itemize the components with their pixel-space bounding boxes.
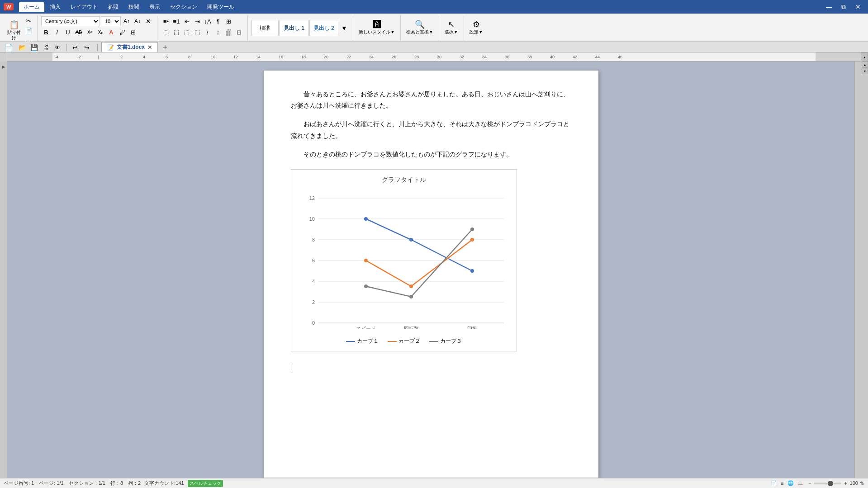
view-readonly-button[interactable]: 📖 [797,480,804,486]
legend-label-2: カーブ２ [398,336,420,346]
zoom-plus-button[interactable]: ＋ [843,480,848,487]
strikethrough-button[interactable]: AB [74,27,84,37]
table-button[interactable]: ⊞ [223,16,233,26]
new-style-icon: 🅰 [373,20,381,28]
tab-reference[interactable]: 参照 [103,2,123,12]
align-left-button[interactable]: ⬚ [161,27,171,37]
clear-format-button[interactable]: ✕ [143,17,153,26]
style-heading1[interactable]: 見出し 1 [280,20,308,36]
tab-developer[interactable]: 開発ツール [203,2,239,12]
indent-increase-button[interactable]: ⇥ [192,16,202,26]
new-doc-button[interactable]: 📄 [4,43,14,52]
spell-check-badge[interactable]: スペルチェック [188,480,223,487]
settings-icon: ⚙ [473,20,480,28]
align-right-button[interactable]: ⬚ [182,27,192,37]
tab-insert[interactable]: 挿入 [45,2,65,12]
para-border-button[interactable]: ⊡ [234,27,244,37]
decrease-font-button[interactable]: A↓ [133,17,142,26]
main-area: ▶ 昔々あるところに、お爺さんとお婆さんが居りました。ある日、おじいさんは山へ芝… [0,62,868,478]
new-style-button[interactable]: 🅰 新しいスタイル▼ [357,16,397,39]
maximize-button[interactable]: ⧉ [837,2,850,11]
svg-text:12: 12 [233,55,238,59]
scroll-down-button[interactable]: ▾ [862,68,868,74]
save-doc-button[interactable]: 💾 [29,43,39,52]
open-doc-button[interactable]: 📂 [17,43,27,52]
ribbon-toolbar: 📋 貼り付け ✂ 📄 ⚌ Century (本文) 10.5 A↑ A↓ ✕ [0,14,868,42]
style-gallery: 標準 見出し 1 見出し 2 ▼ [251,16,349,40]
cut-button[interactable]: ✂ [24,16,33,25]
document-area[interactable]: 昔々あるところに、お爺さんとお婆さんが居りました。ある日、おじいさんは山へ芝刈り… [7,62,854,478]
zoom-slider[interactable] [814,483,841,484]
document-tab[interactable]: 📝 文書1.docx ✕ [101,42,158,52]
underline-button[interactable]: U [63,27,73,37]
indent-decrease-button[interactable]: ⇤ [182,16,192,26]
col-layout-button[interactable]: ⫶ [203,27,213,37]
undo-button[interactable]: ↩ [70,43,80,52]
sidebar-icon-1[interactable]: ▶ [0,63,7,70]
doc-tab-close[interactable]: ✕ [147,44,152,51]
svg-text:4: 4 [143,55,145,59]
svg-text:32: 32 [460,55,464,59]
legend-label-1: カーブ１ [357,336,379,346]
tab-review[interactable]: 校閲 [124,2,144,12]
title-bar-nav: ホーム 挿入 レイアウト 参照 校閲 表示 セクション 開発ツール [19,2,239,12]
format-copy-button[interactable]: ⚌ [24,36,33,42]
paste-button[interactable]: 📋 貼り付け [5,21,23,41]
zoom-thumb[interactable] [828,481,833,486]
wps-logo[interactable]: W [4,3,14,10]
redo-button[interactable]: ↪ [82,43,92,52]
tab-layout[interactable]: レイアウト [66,2,102,12]
print-button[interactable]: 🖨 [41,43,51,52]
svg-text:30: 30 [437,55,441,59]
line-spacing-button[interactable]: ↕ [213,27,223,37]
view-web-button[interactable]: 🌐 [787,480,794,486]
zoom-minus-button[interactable]: － [807,480,812,487]
list-numbered-button[interactable]: ≡1 [171,16,181,26]
document-page: 昔々あるところに、お爺さんとお婆さんが居りました。ある日、おじいさんは山へ芝刈り… [264,71,598,478]
font-name-selector[interactable]: Century (本文) [41,16,100,26]
preview-button[interactable]: 👁 [52,43,62,52]
font-size-selector[interactable]: 10.5 [101,16,121,26]
close-button[interactable]: ✕ [852,2,864,11]
sort-button[interactable]: ↕A [203,16,213,26]
style-heading2[interactable]: 見出し 2 [309,20,338,36]
view-normal-button[interactable]: 📄 [771,480,777,486]
style-gallery-more[interactable]: ▼ [339,24,349,33]
select-button[interactable]: ↖ 選択▼ [443,16,460,39]
search-icon: 🔍 [415,20,425,28]
align-center-button[interactable]: ⬚ [171,27,181,37]
scroll-up-button[interactable]: ▴ [862,62,868,68]
list-bullet-button[interactable]: ≡• [161,16,171,26]
add-tab-button[interactable]: ＋ [158,42,172,52]
justify-button[interactable]: ⬚ [192,27,202,37]
view-outline-button[interactable]: ≡ [781,481,783,486]
search-replace-button[interactable]: 🔍 検索と置換▼ [404,16,435,39]
subscript-button[interactable]: X₂ [95,27,105,37]
tab-section[interactable]: セクション [166,2,202,12]
new-style-label: 新しいスタイル▼ [359,29,395,35]
highlight-button[interactable]: 🖊 [117,27,127,37]
settings-button[interactable]: ⚙ 設定▼ [468,16,485,39]
border-button[interactable]: ⊞ [128,27,138,37]
para-shading-button[interactable]: ▒ [223,27,233,37]
tab-home[interactable]: ホーム [19,2,44,12]
style-normal[interactable]: 標準 [251,20,279,36]
font-color-button[interactable]: A [106,27,116,37]
minimize-button[interactable]: — [823,2,835,11]
doc-tab-icon: 📝 [107,44,114,51]
bold-button[interactable]: B [41,27,51,37]
tab-view[interactable]: 表示 [145,2,165,12]
paragraph-2: おばあさんが川へ洗濯に行くと、川上から大きな、それは大きな桃がドンブラコドンブラ… [291,118,571,141]
copy-button[interactable]: 📄 [24,26,33,35]
italic-button[interactable]: I [52,27,62,37]
increase-font-button[interactable]: A↑ [122,17,132,26]
svg-text:36: 36 [505,55,509,59]
show-para-button[interactable]: ¶ [213,16,223,26]
svg-text:42: 42 [573,55,577,59]
legend-line-3 [429,341,438,342]
superscript-button[interactable]: X² [85,27,95,37]
svg-point-44 [409,238,413,242]
ribbon-group-search: 🔍 検索と置換▼ [403,15,439,41]
svg-point-45 [470,269,474,273]
ribbon-group-font: Century (本文) 10.5 A↑ A↓ ✕ B I U AB X² X₂… [39,15,157,41]
